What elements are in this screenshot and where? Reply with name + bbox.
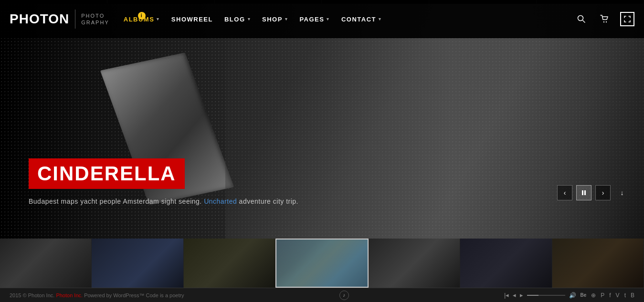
twitter-icon[interactable]: t <box>624 292 626 299</box>
audio-control-icon[interactable]: ♪ <box>339 291 349 300</box>
thumb-1[interactable] <box>0 239 92 288</box>
nav-label-pages: PAGES <box>299 16 324 23</box>
thumb-4[interactable] <box>275 239 369 288</box>
nav-item-contact[interactable]: CONTACT ▾ <box>341 16 382 23</box>
nav-label-showreel: SHOWREEL <box>171 16 213 23</box>
player-prev-icon[interactable]: |◂ <box>504 292 509 299</box>
svg-point-3 <box>606 21 607 22</box>
footer-right: |◂ ◂ ▸ 🔊 Be ⊕ P f V t B <box>504 292 634 299</box>
svg-line-1 <box>583 21 585 23</box>
nav-item-shop[interactable]: SHOP ▾ <box>262 16 288 23</box>
header-icons <box>574 12 634 26</box>
nav-item-albums[interactable]: ALBUMS ▾ i <box>124 16 160 23</box>
nav-arrow-albums: ▾ <box>157 17 160 21</box>
nav-item-blog[interactable]: BLOG ▾ <box>224 16 251 23</box>
logo[interactable]: PHOTON <box>10 11 69 27</box>
thumb-2[interactable] <box>92 239 183 288</box>
pinterest-icon[interactable]: P <box>601 292 604 299</box>
logo-area: PHOTON PHOTO GRAPHY <box>10 10 109 29</box>
header: PHOTON PHOTO GRAPHY ALBUMS ▾ i SHOWREEL … <box>0 0 644 38</box>
search-icon[interactable] <box>574 12 589 26</box>
svg-point-0 <box>578 16 583 21</box>
slide-description: Budapest maps yacht people Amsterdam sig… <box>29 198 298 205</box>
behance-icon[interactable]: Be <box>580 292 586 298</box>
player-back-icon[interactable]: ◂ <box>513 292 516 299</box>
nav-arrow-blog: ▾ <box>248 17 251 21</box>
slide-title-container: CINDERELLA <box>29 158 185 189</box>
thumb-5[interactable] <box>369 239 460 288</box>
next-slide-button[interactable]: › <box>595 185 611 200</box>
nav-arrow-pages: ▾ <box>327 17 330 21</box>
footer-social-icons: Be ⊕ P f V t B <box>580 292 634 299</box>
svg-point-2 <box>603 21 604 22</box>
thumb-3[interactable] <box>184 239 275 288</box>
svg-rect-4 <box>582 190 583 195</box>
vimeo-icon[interactable]: V <box>616 292 620 299</box>
player-play-icon[interactable]: ▸ <box>520 292 523 299</box>
nav-label-contact: CONTACT <box>341 16 376 23</box>
slide-title: CINDERELLA <box>37 162 176 185</box>
volume-icon[interactable]: 🔊 <box>569 292 576 299</box>
blog-icon[interactable]: B <box>631 292 634 299</box>
footer-brand-link[interactable]: Photon Inc. <box>56 292 83 298</box>
nav-item-pages[interactable]: PAGES ▾ <box>299 16 330 23</box>
volume-control: 🔊 <box>569 292 576 299</box>
slide-link[interactable]: Uncharted <box>204 198 237 205</box>
thumbnail-strip <box>0 239 644 288</box>
nav-arrow-contact: ▾ <box>379 17 382 21</box>
notification-badge: i <box>138 12 146 20</box>
logo-subtitle: PHOTO GRAPHY <box>81 12 109 26</box>
nav-label-blog: BLOG <box>224 16 245 23</box>
prev-slide-button[interactable]: ‹ <box>557 185 572 200</box>
scroll-down-button[interactable]: ↓ <box>614 185 630 200</box>
progress-bar <box>527 295 565 296</box>
nav-item-showreel[interactable]: SHOWREEL <box>171 16 213 23</box>
pause-slide-button[interactable] <box>576 185 591 200</box>
footer-copyright: 2015 © Photon Inc. Photon Inc. Powered b… <box>10 292 184 298</box>
thumb-6[interactable] <box>460 239 552 288</box>
svg-rect-5 <box>584 190 586 195</box>
slide-content: CINDERELLA Budapest maps yacht people Am… <box>29 158 298 205</box>
main-nav: ALBUMS ▾ i SHOWREEL BLOG ▾ SHOP ▾ PAGES … <box>124 16 574 23</box>
facebook-icon[interactable]: f <box>609 292 611 299</box>
nav-arrow-shop: ▾ <box>285 17 288 21</box>
cart-icon[interactable] <box>597 12 612 26</box>
logo-divider <box>75 10 75 29</box>
footer-center: ♪ <box>339 291 349 300</box>
footer: 2015 © Photon Inc. Photon Inc. Powered b… <box>0 288 644 302</box>
nav-label-shop: SHOP <box>262 16 283 23</box>
slide-controls: ‹ › ↓ <box>557 185 630 200</box>
globe-icon[interactable]: ⊕ <box>591 292 596 299</box>
fullscreen-icon[interactable] <box>620 12 634 26</box>
thumb-7[interactable] <box>552 239 644 288</box>
